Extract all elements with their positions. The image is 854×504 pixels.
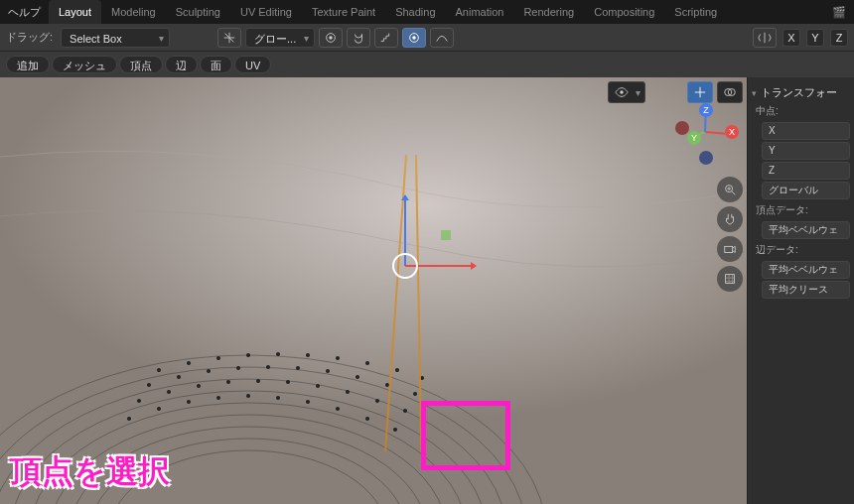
svg-point-36: [197, 384, 201, 388]
annotation-highlight: [421, 401, 510, 470]
svg-point-49: [276, 396, 280, 400]
svg-point-29: [296, 366, 300, 370]
zoom-icon[interactable]: [717, 177, 743, 202]
menu-uv[interactable]: UV: [234, 56, 271, 73]
svg-point-14: [157, 368, 161, 372]
tab-uv-editing[interactable]: UV Editing: [230, 0, 302, 24]
camera-icon[interactable]: [717, 236, 743, 262]
svg-point-43: [403, 409, 407, 413]
proportional-falloff-dropdown[interactable]: [430, 28, 454, 48]
gizmo-y-plane[interactable]: [441, 230, 451, 240]
scene-icon[interactable]: 🎬: [832, 6, 846, 19]
svg-point-25: [177, 375, 181, 379]
drag-select-dropdown[interactable]: Select Box: [61, 28, 170, 48]
tab-scripting[interactable]: Scripting: [664, 0, 727, 24]
svg-rect-58: [725, 246, 733, 252]
nav-gizmo[interactable]: X Y Z: [675, 101, 735, 161]
proportional-edit-toggle[interactable]: [402, 28, 426, 48]
edge-data-label: 辺データ:: [752, 241, 850, 259]
nav-x[interactable]: X: [725, 125, 739, 139]
edit-menubar: 追加 メッシュ 頂点 辺 面 UV: [0, 52, 854, 77]
svg-point-3: [412, 36, 416, 40]
gizmo-free[interactable]: [392, 253, 418, 279]
nav-z[interactable]: Z: [699, 103, 713, 117]
svg-point-24: [147, 383, 151, 387]
mirror-icon[interactable]: [753, 28, 777, 48]
snap-dropdown[interactable]: [374, 28, 398, 48]
svg-point-45: [157, 407, 161, 411]
perspective-icon[interactable]: [717, 266, 743, 292]
svg-point-51: [336, 407, 340, 411]
svg-point-28: [266, 365, 270, 369]
svg-point-17: [246, 353, 250, 357]
median-z[interactable]: Z: [762, 162, 850, 180]
tab-texture-paint[interactable]: Texture Paint: [302, 0, 385, 24]
svg-point-19: [306, 353, 310, 357]
svg-point-16: [216, 356, 220, 360]
menu-edge[interactable]: 辺: [165, 56, 198, 73]
visibility-dropdown[interactable]: [608, 81, 645, 103]
nav-neg-z[interactable]: [699, 151, 713, 165]
panel-transform-header[interactable]: トランスフォー: [752, 83, 850, 102]
svg-point-47: [216, 396, 220, 400]
svg-point-40: [316, 384, 320, 388]
menu-face[interactable]: 面: [200, 56, 232, 73]
svg-point-53: [393, 428, 397, 432]
svg-point-34: [137, 399, 141, 403]
overlay-toggle[interactable]: [717, 81, 743, 103]
svg-point-50: [306, 400, 310, 404]
viewport-3d[interactable]: X Y Z トランスフォー 中点: X Y Z グローバル 頂点データ: 平均ベ…: [0, 77, 854, 504]
tab-sculpting[interactable]: Sculpting: [166, 0, 230, 24]
median-y[interactable]: Y: [762, 142, 850, 160]
svg-point-35: [167, 390, 171, 394]
snap-toggle[interactable]: [347, 28, 370, 48]
svg-point-54: [620, 90, 624, 94]
gizmo-toggle[interactable]: [687, 81, 713, 103]
nav-neg-x[interactable]: [675, 121, 689, 135]
svg-point-52: [365, 417, 369, 421]
bevel-weight-vertex[interactable]: 平均ベベルウェ: [762, 221, 850, 239]
svg-point-20: [336, 356, 340, 360]
svg-point-46: [187, 400, 191, 404]
svg-point-0: [329, 36, 333, 40]
tab-layout[interactable]: Layout: [49, 0, 101, 24]
menu-add[interactable]: 追加: [6, 56, 50, 73]
tab-modeling[interactable]: Modeling: [101, 0, 166, 24]
help-menu[interactable]: ヘルプ: [8, 5, 41, 20]
tab-rendering[interactable]: Rendering: [513, 0, 584, 24]
annotation-caption: 頂点を選択: [10, 450, 170, 494]
svg-point-33: [413, 392, 417, 396]
svg-point-41: [346, 390, 350, 394]
mirror-y[interactable]: Y: [806, 29, 824, 47]
svg-point-22: [395, 368, 399, 372]
bevel-weight-edge[interactable]: 平均ベベルウェ: [762, 261, 850, 279]
svg-point-27: [236, 366, 240, 370]
tab-animation[interactable]: Animation: [446, 0, 514, 24]
drag-label: ドラッグ:: [6, 30, 53, 45]
median-x[interactable]: X: [762, 122, 850, 140]
menu-vertex[interactable]: 頂点: [119, 56, 163, 73]
svg-point-44: [127, 417, 131, 421]
orientation-icon[interactable]: [217, 28, 241, 48]
menu-mesh[interactable]: メッシュ: [52, 56, 117, 73]
mirror-z[interactable]: Z: [830, 29, 848, 47]
tab-shading[interactable]: Shading: [385, 0, 445, 24]
space-dropdown[interactable]: グローバル: [762, 182, 850, 199]
toolbar: ドラッグ: Select Box グロー... X Y Z: [0, 24, 854, 52]
mean-crease[interactable]: 平均クリース: [762, 281, 850, 299]
n-panel: トランスフォー 中点: X Y Z グローバル 頂点データ: 平均ベベルウェ 辺…: [747, 77, 854, 504]
mirror-x[interactable]: X: [783, 29, 800, 47]
svg-point-37: [226, 380, 230, 384]
svg-point-21: [365, 361, 369, 365]
svg-point-38: [256, 379, 260, 383]
svg-point-15: [187, 361, 191, 365]
svg-point-26: [207, 369, 211, 373]
pan-icon[interactable]: [717, 206, 743, 232]
pivot-dropdown[interactable]: [319, 28, 343, 48]
svg-point-18: [276, 352, 280, 356]
nav-y[interactable]: Y: [687, 131, 701, 145]
vertex-data-label: 頂点データ:: [752, 201, 850, 219]
top-tabs: ヘルプ Layout Modeling Sculpting UV Editing…: [0, 0, 854, 24]
orientation-dropdown[interactable]: グロー...: [245, 28, 315, 48]
tab-compositing[interactable]: Compositing: [584, 0, 664, 24]
